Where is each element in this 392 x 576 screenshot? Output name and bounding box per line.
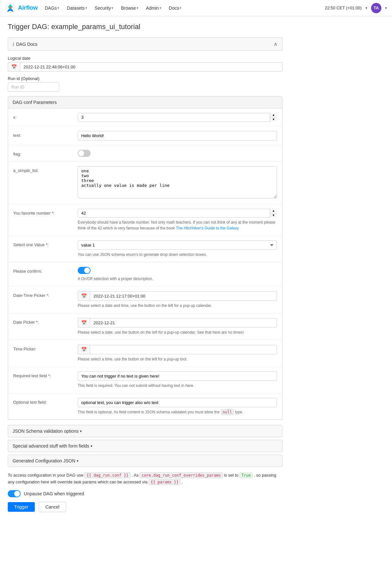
param-select-label: Select one Value *:	[13, 240, 78, 247]
param-favorite-number-decrement[interactable]: ▼	[270, 213, 277, 217]
dag-run-conf-code: {{ dag_run.conf }}	[84, 472, 130, 478]
param-confirm-desc: A On/Off selection with a proper descrip…	[78, 276, 277, 282]
accordion-json-schema: JSON Schema validation options ▾	[8, 425, 282, 437]
main-content: Trigger DAG: example_params_ui_tutorial …	[0, 16, 290, 519]
param-confirm-row: Please confirm: A On/Off selection with …	[8, 262, 282, 287]
param-datetime-input-group: 📅	[78, 291, 277, 301]
trigger-button[interactable]: Trigger	[8, 502, 35, 512]
cancel-button[interactable]: Cancel	[39, 502, 66, 512]
param-date-input-group: 📅	[78, 318, 277, 328]
param-date-input[interactable]	[90, 318, 277, 328]
security-chevron-icon: ▾	[112, 6, 113, 10]
param-favorite-number-control: ▲ ▼ Everybody should have a favorite num…	[78, 209, 277, 231]
accordion-json-schema-chevron: ▾	[80, 429, 82, 433]
param-date-label: Date Picker *:	[13, 318, 78, 325]
dags-chevron-icon: ▾	[57, 6, 59, 10]
param-x-control: ▲ ▼	[78, 113, 277, 122]
nav-dags[interactable]: DAGs ▾	[42, 4, 62, 13]
nav-admin[interactable]: Admin ▾	[143, 4, 164, 13]
brand[interactable]: Airflow	[5, 3, 38, 13]
avatar-chevron-icon: ▾	[385, 6, 387, 10]
param-text-control	[78, 131, 277, 140]
param-x-spinbox: ▲ ▼	[78, 113, 277, 122]
dag-docs-header[interactable]: ℹ DAG Docs ∧	[8, 37, 282, 51]
param-favorite-number-increment[interactable]: ▲	[270, 209, 277, 213]
param-select-input[interactable]: value 1 value 2 value 3	[78, 240, 277, 250]
param-x-decrement[interactable]: ▼	[270, 117, 277, 122]
param-date-calendar-button[interactable]: 📅	[78, 318, 90, 328]
param-confirm-label: Please confirm:	[13, 267, 78, 274]
logical-date-input[interactable]	[20, 62, 282, 72]
accordion-generated-config-header[interactable]: Generated Configuration JSON ▾	[8, 455, 282, 467]
param-required-text-input[interactable]	[78, 371, 277, 381]
unpause-row: Unpause DAG when triggered	[8, 490, 282, 497]
param-flag-toggle[interactable]	[78, 150, 91, 157]
param-date-desc: Please select a date, use the button on …	[78, 329, 277, 335]
param-confirm-toggle[interactable]	[78, 267, 91, 274]
param-x-input[interactable]	[78, 113, 277, 122]
param-favorite-number-input[interactable]	[78, 209, 277, 217]
accordion-generated-config-chevron: ▾	[77, 459, 79, 463]
params-code: {{ params }}	[149, 479, 181, 485]
dag-docs-label: DAG Docs	[16, 42, 37, 47]
admin-chevron-icon: ▾	[160, 6, 161, 10]
param-text-input[interactable]	[78, 131, 277, 140]
param-date-control: 📅 Please select a date, use the button o…	[78, 318, 277, 335]
null-code: null	[221, 409, 234, 415]
param-x-spinbox-btns: ▲ ▼	[270, 113, 277, 122]
param-text-row: text:	[8, 126, 282, 145]
param-datetime-label: Date-Time Picker *:	[13, 291, 78, 298]
param-datetime-calendar-button[interactable]: 📅	[78, 291, 90, 301]
user-avatar[interactable]: TA	[371, 3, 381, 13]
datasets-chevron-icon: ▾	[85, 6, 87, 10]
true-code: True	[240, 472, 253, 478]
nav-datasets[interactable]: Datasets ▾	[64, 4, 90, 13]
param-flag-row: flag:	[8, 145, 282, 162]
param-x-row: x: ▲ ▼	[8, 108, 282, 126]
param-time-input[interactable]	[90, 345, 277, 354]
unpause-slider	[8, 490, 21, 497]
accordion-special-stuff-label: Special advanced stuff with form fields	[13, 443, 89, 449]
param-time-row: Time Picker: 📅 Please select a time, use…	[8, 340, 282, 367]
param-favorite-number-spinbox: ▲ ▼	[78, 209, 277, 217]
param-x-label: x:	[13, 113, 78, 120]
accordion-special-stuff-header[interactable]: Special advanced stuff with form fields …	[8, 440, 282, 452]
accordion-json-schema-header[interactable]: JSON Schema validation options ▾	[8, 425, 282, 437]
param-favorite-number-row: You favorite number *: ▲ ▼ Everybody sho…	[8, 204, 282, 236]
navbar-right: 22:50 CET (+01:00) ▾ TA ▾	[325, 3, 387, 13]
dag-docs-label-group: ℹ DAG Docs	[13, 42, 37, 47]
accordion-generated-config: Generated Configuration JSON ▾	[8, 455, 282, 467]
info-icon: ℹ	[13, 42, 14, 47]
hitchhiker-link[interactable]: The Hitchhiker's Guide to the Galaxy	[176, 226, 239, 230]
accordion-generated-config-label: Generated Configuration JSON	[13, 458, 75, 463]
run-id-input[interactable]	[8, 82, 59, 92]
param-date-row: Date Picker *: 📅 Please select a date, u…	[8, 313, 282, 340]
param-datetime-row: Date-Time Picker *: 📅 Please select a da…	[8, 287, 282, 313]
params-header: DAG conf Parameters	[8, 96, 282, 108]
nav-browse[interactable]: Browse ▾	[118, 4, 142, 13]
docs-chevron-icon: ▾	[180, 6, 181, 10]
param-text-label: text:	[13, 131, 78, 138]
param-select-control: value 1 value 2 value 3 You can use JSON…	[78, 240, 277, 258]
accordion-special-stuff: Special advanced stuff with form fields …	[8, 440, 282, 452]
action-buttons: Trigger Cancel	[8, 502, 282, 512]
logical-date-label: Logical date	[8, 56, 282, 61]
logical-date-calendar-button[interactable]: 📅	[8, 62, 20, 72]
bottom-text-2: . As	[132, 473, 140, 478]
param-datetime-control: 📅 Please select a date and time, use the…	[78, 291, 277, 308]
airflow-logo	[5, 3, 15, 13]
page-title: Trigger DAG: example_params_ui_tutorial	[8, 23, 282, 31]
param-datetime-desc: Please select a date and time, use the b…	[78, 303, 277, 308]
param-optional-text-input[interactable]	[78, 398, 277, 407]
core-dag-run-conf-code: core.dag_run_conf_overrides_params	[140, 472, 223, 478]
brand-text: Airflow	[18, 5, 38, 11]
nav-docs[interactable]: Docs ▾	[166, 4, 185, 13]
nav-security[interactable]: Security ▾	[92, 4, 117, 13]
param-required-text-label: Required text field *:	[13, 371, 78, 378]
unpause-toggle[interactable]	[8, 490, 21, 497]
param-datetime-input[interactable]	[90, 291, 277, 301]
param-x-increment[interactable]: ▲	[270, 113, 277, 117]
param-time-calendar-button[interactable]: 📅	[78, 345, 90, 354]
param-list-textarea[interactable]: one two three actually one value is made…	[78, 166, 277, 198]
param-list-control: one two three actually one value is made…	[78, 166, 277, 199]
